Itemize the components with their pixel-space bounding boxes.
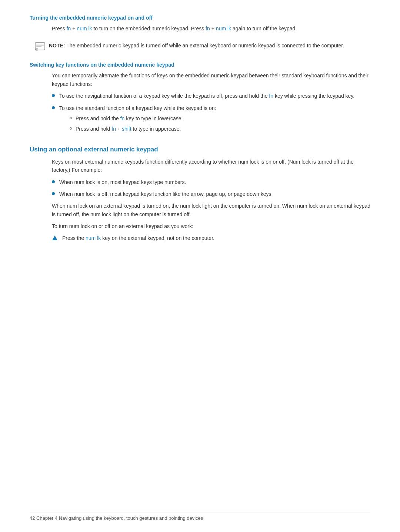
bullet-dot-1 <box>52 94 55 97</box>
bullet-dot-2 <box>52 106 55 109</box>
sub-bullet-1: Press and hold the fn key to type in low… <box>70 114 370 123</box>
body1-plus2: + <box>211 26 214 31</box>
section1-heading: Turning the embedded numeric keypad on a… <box>30 15 370 21</box>
section3-bullets: When num lock is on, most keypad keys ty… <box>52 178 370 198</box>
bullet-text-1: To use the navigational function of a ke… <box>59 92 370 100</box>
note-label: NOTE: <box>49 43 65 48</box>
bullet-text-2: To use the standard function of a keypad… <box>59 104 370 135</box>
svg-marker-6 <box>52 235 57 240</box>
section2-heading: Switching key functions on the embedded … <box>30 62 370 68</box>
fn-key-4: fn <box>120 116 125 121</box>
section3-body3: To turn num lock on or off on an externa… <box>52 222 370 230</box>
numlk-key-2: num lk <box>216 26 231 31</box>
bullet1-before: To use the navigational function of a ke… <box>59 93 269 99</box>
footer: 42 Chapter 4 Navigating using the keyboa… <box>30 512 370 521</box>
sub-bullet-2: Press and hold fn + shift to type in upp… <box>70 125 370 133</box>
section2-bullets: To use the navigational function of a ke… <box>52 92 370 135</box>
fn-key-3: fn <box>269 93 273 99</box>
fn-key-1: fn <box>67 26 71 31</box>
section2: Switching key functions on the embedded … <box>30 62 370 135</box>
s3-dot-1 <box>52 180 55 183</box>
section3: Using an optional external numeric keypa… <box>30 146 370 244</box>
section3-intro: Keys on most external numeric keypads fu… <box>52 158 370 174</box>
numlk-key-3: num lk <box>86 235 101 241</box>
section3-body2: When num lock on an external keypad is t… <box>52 202 370 218</box>
note-body: The embedded numeric keypad is turned of… <box>66 43 344 48</box>
caution-before: Press the <box>62 235 86 241</box>
fn-key-2: fn <box>206 26 210 31</box>
body1-after: again to turn off the keypad. <box>233 26 297 31</box>
sub-text-2: Press and hold fn + shift to type in upp… <box>76 125 181 133</box>
section1: Turning the embedded numeric keypad on a… <box>30 15 370 55</box>
sub2-after: to type in uppercase. <box>133 126 181 132</box>
sub1-before: Press and hold the <box>76 116 120 121</box>
sub-text-1: Press and hold the fn key to type in low… <box>76 114 183 123</box>
s3-bullet-1: When num lock is on, most keypad keys ty… <box>52 178 370 186</box>
s3-bullet-2: When num lock is off, most keypad keys f… <box>52 190 370 198</box>
body1-middle: to turn on the embedded numeric keypad. … <box>93 26 206 31</box>
sub1-after: key to type in lowercase. <box>126 116 183 121</box>
sub-dot-1 <box>70 117 72 119</box>
sub-bullets: Press and hold the fn key to type in low… <box>70 114 370 133</box>
bullet1-after: key while pressing the keypad key. <box>275 93 354 99</box>
footer-text: 42 Chapter 4 Navigating using the keyboa… <box>30 515 203 521</box>
sub-dot-2 <box>70 127 72 130</box>
caution-triangle-icon <box>52 235 58 243</box>
note-icon: ✏ <box>35 42 45 51</box>
s3-dot-2 <box>52 192 55 195</box>
section1-body: Press fn + num lk to turn on the embedde… <box>52 24 370 33</box>
page: Turning the embedded numeric keypad on a… <box>0 0 400 532</box>
sub2-before: Press and hold <box>76 126 111 132</box>
caution-text: Press the num lk key on the external key… <box>62 234 214 242</box>
section3-heading: Using an optional external numeric keypa… <box>30 146 370 153</box>
caution-item: Press the num lk key on the external key… <box>52 234 370 243</box>
numlk-key-1: num lk <box>77 26 92 31</box>
bullet2-text: To use the standard function of a keypad… <box>59 105 216 111</box>
fn-key-5: fn <box>111 126 116 132</box>
section2-intro: You can temporarily alternate the functi… <box>52 71 370 88</box>
note-box: ✏ NOTE: The embedded numeric keypad is t… <box>30 38 370 55</box>
shift-key: shift <box>122 126 131 132</box>
s3-text-1: When num lock is on, most keypad keys ty… <box>59 178 370 186</box>
body1-text1: Press <box>52 26 67 31</box>
note-text: NOTE: The embedded numeric keypad is tur… <box>49 42 344 50</box>
caution-after: key on the external keypad, not on the c… <box>102 235 214 241</box>
bullet-item-1: To use the navigational function of a ke… <box>52 92 370 100</box>
bullet-item-2: To use the standard function of a keypad… <box>52 104 370 135</box>
body1-plus1: + <box>72 26 75 31</box>
sub2-plus: + <box>117 126 120 132</box>
s3-text-2: When num lock is off, most keypad keys f… <box>59 190 370 198</box>
